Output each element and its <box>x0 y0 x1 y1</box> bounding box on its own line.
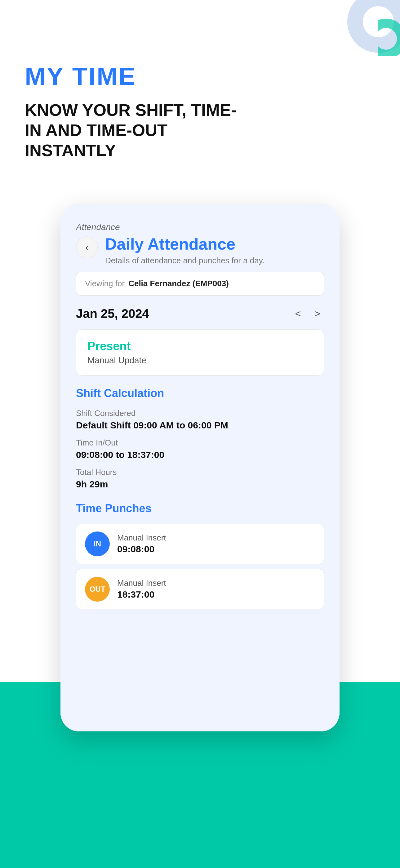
punch-in-card: IN Manual Insert 09:08:00 <box>76 524 324 564</box>
breadcrumb: Attendance <box>76 222 324 232</box>
punch-out-card: OUT Manual Insert 18:37:00 <box>76 569 324 610</box>
total-hours-row: Total Hours 9h 29m <box>76 468 324 490</box>
phone-container: Attendance ‹ Daily Attendance Details of… <box>0 204 400 732</box>
time-inout-value: 09:08:00 to 18:37:00 <box>76 450 324 460</box>
punch-in-info: Manual Insert 09:08:00 <box>117 533 166 554</box>
status-card: Present Manual Update <box>76 330 324 376</box>
attendance-title-block: Daily Attendance Details of attendance a… <box>105 235 265 265</box>
total-hours-value: 9h 29m <box>76 479 324 490</box>
time-punches-section: Time Punches IN Manual Insert 09:08:00 O… <box>76 502 324 610</box>
date-nav: Jan 25, 2024 < > <box>76 307 324 321</box>
punch-out-method: Manual Insert <box>117 578 166 588</box>
time-punches-title: Time Punches <box>76 502 324 515</box>
date-display: Jan 25, 2024 <box>76 307 149 321</box>
employee-name: Celia Fernandez (EMP003) <box>128 279 229 288</box>
tagline: KNOW YOUR SHIFT, TIME-IN AND TIME-OUT IN… <box>25 100 242 160</box>
punch-out-badge: OUT <box>85 577 110 602</box>
total-hours-label: Total Hours <box>76 468 324 477</box>
status-type: Manual Update <box>88 355 312 365</box>
shift-calculation-section: Shift Calculation Shift Considered Defau… <box>76 387 324 490</box>
prev-date-button[interactable]: < <box>292 307 305 321</box>
time-inout-row: Time In/Out 09:08:00 to 18:37:00 <box>76 438 324 460</box>
viewing-for-label: Viewing for <box>85 279 125 288</box>
header-section: MY TIME KNOW YOUR SHIFT, TIME-IN AND TIM… <box>0 0 400 179</box>
punch-out-info: Manual Insert 18:37:00 <box>117 578 166 600</box>
brand-title: MY TIME <box>25 62 375 91</box>
phone-inner: Attendance ‹ Daily Attendance Details of… <box>61 204 339 646</box>
back-button[interactable]: ‹ <box>76 237 98 258</box>
date-arrows: < > <box>292 307 324 321</box>
punch-in-badge: IN <box>85 531 110 556</box>
attendance-subtitle: Details of attendance and punches for a … <box>105 256 265 266</box>
employee-selector[interactable]: Viewing for Celia Fernandez (EMP003) <box>76 272 324 296</box>
attendance-header: ‹ Daily Attendance Details of attendance… <box>76 235 324 265</box>
shift-considered-label: Shift Considered <box>76 408 324 418</box>
shift-considered-value: Default Shift 09:00 AM to 06:00 PM <box>76 420 324 431</box>
phone-mockup: Attendance ‹ Daily Attendance Details of… <box>61 204 339 732</box>
time-inout-label: Time In/Out <box>76 438 324 448</box>
bottom-fade <box>61 669 339 732</box>
next-date-button[interactable]: > <box>311 307 324 321</box>
punch-in-time: 09:08:00 <box>117 544 166 554</box>
punch-out-time: 18:37:00 <box>117 589 166 600</box>
shift-calculation-title: Shift Calculation <box>76 387 324 400</box>
attendance-title: Daily Attendance <box>105 235 265 253</box>
punch-in-method: Manual Insert <box>117 533 166 542</box>
status-label: Present <box>88 340 312 353</box>
shift-considered-row: Shift Considered Default Shift 09:00 AM … <box>76 408 324 431</box>
